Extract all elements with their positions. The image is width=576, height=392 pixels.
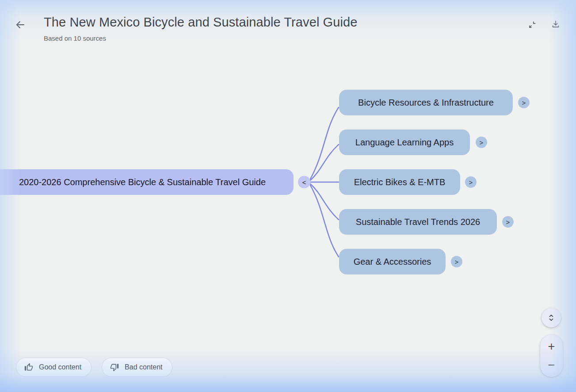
bad-content-label: Bad content bbox=[125, 363, 162, 371]
collapse-content-icon bbox=[528, 20, 537, 29]
download-button[interactable] bbox=[548, 16, 564, 32]
expand-button-sustainable-trends[interactable]: > bbox=[502, 216, 514, 228]
feedback-bar: Good content Bad content bbox=[16, 358, 172, 377]
mindmap-node-sustainable-trends[interactable]: Sustainable Travel Trends 2026 bbox=[339, 209, 497, 235]
mindmap-node-language-apps[interactable]: Language Learning Apps bbox=[339, 129, 470, 155]
header-titles: The New Mexico Bicycle and Sustainable T… bbox=[44, 13, 358, 42]
mindmap-root-node[interactable]: 2020-2026 Comprehensive Bicycle & Sustai… bbox=[0, 169, 294, 195]
thumb-up-icon bbox=[24, 363, 33, 372]
arrow-left-icon bbox=[15, 19, 26, 30]
expand-button-bicycle-resources[interactable]: > bbox=[518, 97, 530, 108]
mindmap-connectors bbox=[0, 0, 576, 392]
bad-content-button[interactable]: Bad content bbox=[102, 358, 172, 377]
good-content-button[interactable]: Good content bbox=[16, 358, 92, 377]
zoom-out-button[interactable]: − bbox=[540, 356, 563, 377]
source-count-label: Based on 10 sources bbox=[44, 34, 358, 42]
back-button[interactable] bbox=[11, 16, 29, 34]
good-content-label: Good content bbox=[39, 363, 81, 371]
mindmap-node-gear-accessories[interactable]: Gear & Accessories bbox=[339, 249, 446, 274]
mindmap-node-bicycle-resources[interactable]: Bicycle Resources & Infrastructure bbox=[339, 90, 513, 115]
expand-button-gear-accessories[interactable]: > bbox=[451, 256, 462, 267]
zoom-in-button[interactable]: + bbox=[540, 335, 563, 356]
zoom-control: + − bbox=[540, 335, 563, 377]
collapse-view-button[interactable] bbox=[524, 16, 540, 32]
unfold-chevrons-icon bbox=[546, 313, 556, 323]
expand-button-electric-bikes[interactable]: > bbox=[465, 176, 477, 188]
root-collapse-button[interactable]: < bbox=[298, 176, 310, 188]
expand-collapse-all-button[interactable] bbox=[542, 308, 561, 327]
download-icon bbox=[551, 19, 561, 29]
thumb-down-icon bbox=[110, 363, 119, 372]
mindmap-node-electric-bikes[interactable]: Electric Bikes & E-MTB bbox=[339, 169, 460, 195]
expand-button-language-apps[interactable]: > bbox=[476, 137, 487, 148]
page-title: The New Mexico Bicycle and Sustainable T… bbox=[44, 13, 358, 31]
header-actions bbox=[524, 16, 564, 32]
